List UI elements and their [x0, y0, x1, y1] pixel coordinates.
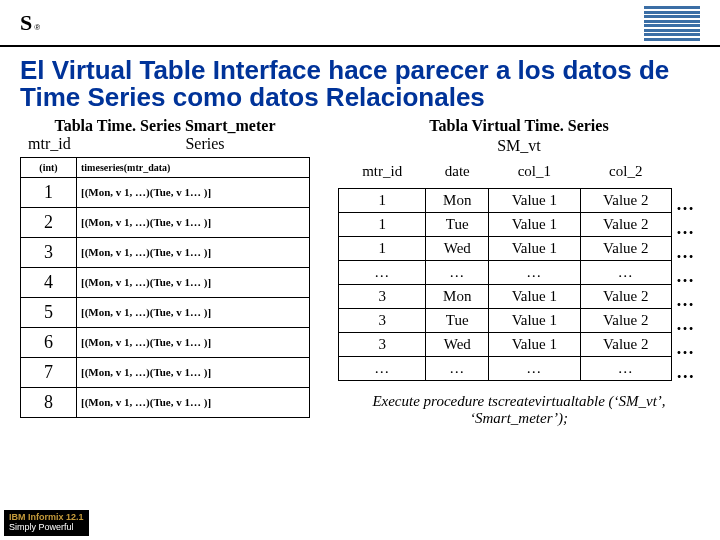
- table-row: ……………: [339, 260, 700, 284]
- table-row: 6[(Mon, v 1, …)(Tue, v 1… )]: [21, 327, 310, 357]
- table-row: 3WedValue 1Value 2…: [339, 332, 700, 356]
- table-row: 3[(Mon, v 1, …)(Tue, v 1… )]: [21, 237, 310, 267]
- table-row: 4[(Mon, v 1, …)(Tue, v 1… )]: [21, 267, 310, 297]
- table-row: ……………: [339, 356, 700, 380]
- ibm-logo-icon: [644, 6, 700, 41]
- left-sub-ts: timeseries(mtr_data): [77, 157, 310, 177]
- footer-badge: IBM Informix 12.1 Simply Powerful: [4, 510, 89, 536]
- left-hdr-mtrid: mtr_id: [20, 135, 100, 153]
- informix-logo: S ®: [20, 10, 40, 36]
- slide-title: El Virtual Table Interface hace parecer …: [20, 57, 700, 112]
- left-section-headers: mtr_id Series: [20, 135, 310, 153]
- left-subheader-row: (int) timeseries(mtr_data): [21, 157, 310, 177]
- hdr-col2: col_2: [580, 159, 671, 189]
- hdr-col1: col_1: [489, 159, 580, 189]
- left-table-title: Tabla Time. Series Smart_meter: [20, 117, 310, 135]
- content-columns: Tabla Time. Series Smart_meter mtr_id Se…: [0, 117, 720, 427]
- table-row: 1[(Mon, v 1, …)(Tue, v 1… )]: [21, 177, 310, 207]
- left-hdr-series: Series: [100, 135, 310, 153]
- registered-mark: ®: [34, 23, 40, 32]
- table-row: 1TueValue 1Value 2…: [339, 212, 700, 236]
- table-row: 5[(Mon, v 1, …)(Tue, v 1… )]: [21, 297, 310, 327]
- hdr-mtrid: mtr_id: [339, 159, 426, 189]
- left-column: Tabla Time. Series Smart_meter mtr_id Se…: [20, 117, 310, 427]
- table-row: 3MonValue 1Value 2…: [339, 284, 700, 308]
- right-table: mtr_id date col_1 col_2 1MonValue 1Value…: [338, 159, 700, 381]
- table-row: 3TueValue 1Value 2…: [339, 308, 700, 332]
- hdr-date: date: [426, 159, 489, 189]
- table-row: 1WedValue 1Value 2…: [339, 236, 700, 260]
- right-table-title: Tabla Virtual Time. Series: [338, 117, 700, 135]
- right-subtitle: SM_vt: [338, 137, 700, 155]
- right-header-row: mtr_id date col_1 col_2: [339, 159, 700, 189]
- header-bar: S ®: [0, 0, 720, 47]
- table-row: 7[(Mon, v 1, …)(Tue, v 1… )]: [21, 357, 310, 387]
- left-sub-int: (int): [21, 157, 77, 177]
- table-row: 2[(Mon, v 1, …)(Tue, v 1… )]: [21, 207, 310, 237]
- right-column: Tabla Virtual Time. Series SM_vt mtr_id …: [338, 117, 700, 427]
- informix-letter: S: [20, 10, 32, 36]
- left-table: (int) timeseries(mtr_data) 1[(Mon, v 1, …: [20, 157, 310, 418]
- table-row: 8[(Mon, v 1, …)(Tue, v 1… )]: [21, 387, 310, 417]
- footer-line2: Simply Powerful: [9, 523, 84, 533]
- execute-procedure-text: Execute procedure tscreatevirtualtable (…: [338, 393, 700, 428]
- table-row: 1MonValue 1Value 2…: [339, 188, 700, 212]
